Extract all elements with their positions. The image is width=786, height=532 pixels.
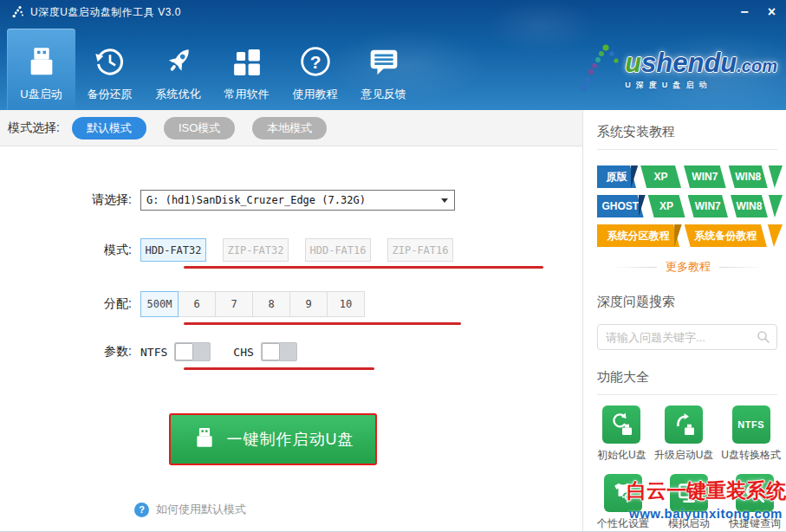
tutorial-tag-row: GHOST XP WIN7 WIN8: [597, 195, 783, 217]
format-label: 模式:: [87, 243, 132, 258]
tag-original[interactable]: 原版: [597, 165, 636, 188]
tag-xp[interactable]: XP: [640, 165, 681, 188]
nav-tab-label: 意见反馈: [361, 87, 406, 102]
brand-subtitle: U深度U盘启动: [625, 80, 711, 91]
feature-convert-ntfs[interactable]: NTFS U盘转换格式: [721, 405, 781, 463]
tag-win7[interactable]: WIN7: [684, 165, 726, 188]
usb-maker-form: 请选择: G: (hd1)SanDisk_Cruzer_Edge (7.32G)…: [0, 146, 582, 517]
mode-select-bar: 模式选择: 默认模式 ISO模式 本地模式: [0, 110, 582, 146]
feature-label: U盘转换格式: [721, 448, 781, 463]
feedback-bubble-icon: [367, 41, 401, 79]
alloc-option-10[interactable]: 10: [327, 291, 365, 317]
feature-label: 个性化设置: [597, 516, 649, 531]
help-link-label: 如何使用默认模式: [156, 502, 246, 517]
alloc-option-6[interactable]: 6: [178, 291, 216, 317]
tutorial-tag-row: 原版 XP WIN7 WIN8: [597, 165, 783, 188]
feature-simulate-boot[interactable]: 模拟启动: [668, 474, 710, 531]
feature-init-usb[interactable]: 初始化U盘: [597, 405, 646, 463]
titlebar: U深度U盘启动盘制作工具 V3.0 − ×: [0, 0, 786, 24]
ribbon-tail: [769, 165, 783, 188]
tag-win7[interactable]: WIN7: [688, 195, 728, 217]
tag-win8[interactable]: WIN8: [729, 165, 768, 188]
nav-tab-label: 系统优化: [156, 87, 201, 102]
mode-pill-iso[interactable]: ISO模式: [164, 117, 235, 139]
format-option-hdd-fat32[interactable]: HDD-FAT32: [140, 238, 206, 262]
device-label: 请选择:: [87, 192, 132, 208]
search-icon[interactable]: [756, 329, 771, 348]
feature-personalize[interactable]: 个性化设置: [597, 474, 649, 531]
brand-wordmark: ushendu.com: [625, 50, 777, 79]
annotation-underline: [184, 367, 374, 370]
nav-tab-tutorial[interactable]: ? 使用教程: [281, 29, 349, 110]
usb-icon: [24, 41, 59, 79]
magnifier-icon: [736, 474, 774, 512]
toggle-knob: [262, 343, 280, 360]
tag-backup-tutorial[interactable]: 系统备份教程: [685, 224, 767, 247]
nav-tab-common-software[interactable]: 常用软件: [212, 29, 281, 110]
nav-tab-system-optimize[interactable]: 系统优化: [144, 29, 212, 110]
history-clock-icon: [93, 41, 127, 79]
nav-tab-label: 备份还原: [88, 87, 133, 102]
chs-toggle[interactable]: [261, 342, 297, 361]
tag-partition-tutorial[interactable]: 系统分区教程: [597, 224, 679, 247]
annotation-underline: [184, 266, 543, 269]
format-option-hdd-fat16[interactable]: HDD-FAT16: [305, 238, 371, 262]
main-panel: 模式选择: 默认模式 ISO模式 本地模式 请选择: G: (hd1)SanDi…: [0, 110, 582, 532]
feature-label: 模拟启动: [668, 516, 710, 531]
search-box: [597, 324, 777, 350]
features-title: 功能大全: [597, 369, 782, 386]
feature-label: 升级启动U盘: [654, 448, 714, 463]
close-button[interactable]: ×: [768, 5, 776, 19]
mode-pill-default[interactable]: 默认模式: [72, 117, 146, 139]
apps-grid-icon: [231, 41, 263, 79]
toggle-knob: [175, 343, 193, 360]
mode-pill-local[interactable]: 本地模式: [252, 117, 327, 139]
window-title: U深度U盘启动盘制作工具 V3.0: [30, 5, 181, 20]
format-option-zip-fat32[interactable]: ZIP-FAT32: [223, 238, 289, 262]
shirt-gear-icon: [604, 474, 642, 512]
nav-tab-backup-restore[interactable]: 备份还原: [75, 29, 144, 110]
tutorial-tag-row: 系统分区教程 系统备份教程: [597, 224, 783, 247]
search-title: 深度问题搜索: [597, 294, 782, 310]
question-circle-icon: ?: [134, 503, 149, 517]
upgrade-usb-icon: [665, 405, 703, 444]
nav-tab-feedback[interactable]: 意见反馈: [349, 29, 418, 110]
create-usb-button[interactable]: 一键制作启动U盘: [169, 413, 377, 465]
sidebar: 系统安装教程 原版 XP WIN7 WIN8 GHOST XP WIN7 WIN…: [582, 110, 785, 532]
annotation-underline: [184, 322, 461, 325]
param-label: 参数:: [87, 344, 132, 360]
nav-tab-label: U盘启动: [20, 87, 62, 102]
feature-label: 快捷键查询: [729, 516, 781, 531]
device-select[interactable]: G: (hd1)SanDisk_Cruzer_Edge (7.32G): [140, 190, 455, 211]
tag-win8[interactable]: WIN8: [731, 195, 768, 217]
features-grid: 初始化U盘 升级启动U盘 NTFS: [597, 405, 781, 531]
help-link[interactable]: ? 如何使用默认模式: [134, 502, 582, 517]
feature-hotkey-query[interactable]: 快捷键查询: [729, 474, 781, 531]
tutorials-title: 系统安装教程: [597, 124, 782, 140]
more-tutorials-link[interactable]: 更多教程: [666, 259, 711, 275]
tag-ghost[interactable]: GHOST: [597, 195, 644, 217]
alloc-option-7[interactable]: 7: [215, 291, 253, 317]
ribbon-tail: [768, 224, 783, 247]
format-option-zip-fat16[interactable]: ZIP-FAT16: [387, 238, 453, 262]
nav-tab-label: 使用教程: [293, 87, 338, 102]
header: U深度U盘启动盘制作工具 V3.0 − × U盘启动: [0, 0, 786, 110]
chs-label: CHS: [233, 346, 253, 359]
mode-select-label: 模式选择:: [8, 120, 60, 136]
alloc-option-9[interactable]: 9: [289, 291, 328, 317]
minimize-button[interactable]: −: [740, 5, 748, 19]
format-row: 模式: HDD-FAT32 ZIP-FAT32 HDD-FAT16 ZIP-FA…: [87, 238, 582, 262]
create-usb-button-label: 一键制作启动U盘: [227, 429, 354, 450]
search-input[interactable]: [597, 324, 777, 350]
feature-upgrade-usb[interactable]: 升级启动U盘: [654, 405, 714, 463]
divider: [614, 267, 657, 268]
device-select-value: G: (hd1)SanDisk_Cruzer_Edge (7.32G): [141, 191, 454, 210]
alloc-option-500m[interactable]: 500M: [140, 291, 179, 317]
ntfs-toggle[interactable]: [174, 342, 211, 361]
chevron-down-icon: [441, 198, 448, 203]
tag-xp[interactable]: XP: [648, 195, 685, 217]
alloc-option-8[interactable]: 8: [252, 291, 290, 317]
monitor-icon: [670, 474, 708, 512]
usb-icon: [192, 425, 217, 453]
nav-tab-usb-boot[interactable]: U盘启动: [7, 29, 75, 110]
